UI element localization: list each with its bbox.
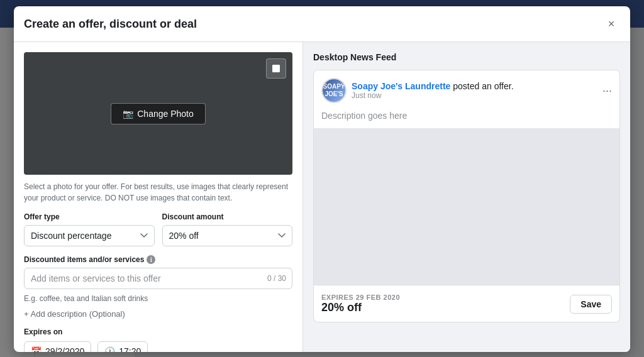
- post-discount-value: 20% off: [321, 301, 400, 314]
- avatar-image: SOAPYJOE'S: [323, 79, 345, 102]
- preview-title: Desktop News Feed: [313, 52, 620, 62]
- date-time-row: 📅 29/2/2020 🕐 17:20: [24, 341, 292, 352]
- post-author: SOAPYJOE'S Soapy Joe's Laundrette posted…: [321, 78, 514, 103]
- modal-header: Create an offer, discount or deal ×: [14, 6, 630, 42]
- items-input[interactable]: [24, 268, 292, 289]
- time-value: 17:20: [119, 346, 141, 352]
- offer-type-select[interactable]: Discount percentage Fixed amount off Fre…: [24, 225, 155, 246]
- add-description-link[interactable]: + Add description (Optional): [24, 309, 292, 319]
- post-footer: EXPIRES 29 FEB 2020 20% off Save: [314, 285, 619, 322]
- author-name: Soapy Joe's Laundrette: [352, 81, 450, 91]
- camera-icon: 📷: [123, 109, 133, 119]
- post-author-name-action: Soapy Joe's Laundrette posted an offer.: [352, 81, 514, 91]
- save-button[interactable]: Save: [570, 295, 612, 314]
- add-description-label: + Add description: [24, 309, 87, 319]
- post-description: Description goes here: [314, 111, 619, 128]
- items-input-wrapper: 0 / 30: [24, 268, 292, 289]
- time-input-wrapper[interactable]: 🕐 17:20: [97, 341, 148, 352]
- discounted-items-group: Discounted items and/or services i 0 / 3…: [24, 255, 292, 303]
- post-expires-label: EXPIRES 29 FEB 2020: [321, 294, 400, 301]
- offer-type-label: Offer type: [24, 212, 155, 221]
- post-image-area: [314, 128, 619, 285]
- discount-amount-select[interactable]: 10% off 15% off 20% off 25% off 30% off …: [162, 225, 293, 246]
- expires-on-label: Expires on: [24, 327, 292, 336]
- left-panel: 📷 Change Photo Select a photo for your o…: [14, 42, 303, 352]
- photo-upload-area[interactable]: 📷 Change Photo: [24, 52, 292, 175]
- modal-body: 📷 Change Photo Select a photo for your o…: [14, 42, 630, 352]
- calendar-icon: 📅: [31, 346, 42, 352]
- post-header: SOAPYJOE'S Soapy Joe's Laundrette posted…: [314, 70, 619, 111]
- discount-amount-label: Discount amount: [162, 212, 293, 221]
- discounted-items-label: Discounted items and/or services i: [24, 255, 292, 264]
- clock-icon: 🕐: [104, 346, 115, 352]
- post-action-text: posted an offer.: [453, 81, 513, 91]
- create-offer-modal: Create an offer, discount or deal × 📷 Ch…: [14, 6, 630, 352]
- post-footer-left: EXPIRES 29 FEB 2020 20% off: [321, 294, 400, 314]
- add-description-optional: (Optional): [89, 309, 125, 319]
- date-input-wrapper[interactable]: 📅 29/2/2020: [24, 341, 91, 352]
- change-photo-label: Change Photo: [137, 109, 194, 119]
- discount-amount-group: Discount amount 10% off 15% off 20% off …: [162, 212, 293, 246]
- info-icon[interactable]: i: [147, 255, 155, 264]
- post-time: Just now: [352, 91, 514, 100]
- change-photo-button[interactable]: 📷 Change Photo: [111, 103, 206, 124]
- items-count: 0 / 30: [267, 274, 286, 283]
- photo-corner-icon: [266, 58, 286, 79]
- modal-title: Create an offer, discount or deal: [24, 18, 197, 31]
- offer-type-group: Offer type Discount percentage Fixed amo…: [24, 212, 155, 246]
- modal-overlay: Create an offer, discount or deal × 📷 Ch…: [0, 0, 644, 357]
- date-value: 29/2/2020: [45, 346, 84, 352]
- right-panel: Desktop News Feed SOAPYJOE'S Soapy Joe's…: [303, 42, 630, 352]
- post-preview: SOAPYJOE'S Soapy Joe's Laundrette posted…: [313, 70, 620, 322]
- photo-hint-text: Select a photo for your offer. For best …: [24, 181, 292, 204]
- post-avatar: SOAPYJOE'S: [321, 78, 347, 103]
- post-author-info: Soapy Joe's Laundrette posted an offer. …: [352, 81, 514, 100]
- form-row-offer-discount: Offer type Discount percentage Fixed amo…: [24, 212, 292, 246]
- modal-close-button[interactable]: ×: [602, 15, 620, 33]
- items-example-text: E.g. coffee, tea and Italian soft drinks: [24, 294, 292, 303]
- post-menu-icon[interactable]: ···: [602, 84, 612, 97]
